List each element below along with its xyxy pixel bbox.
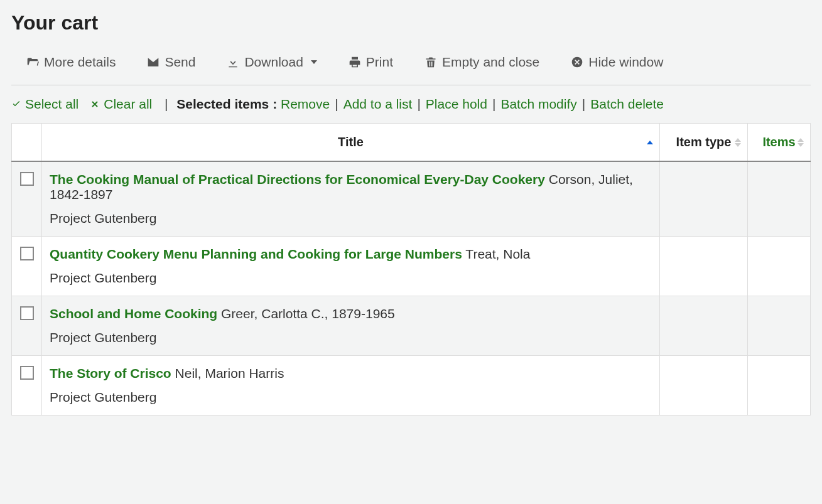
item-type-cell bbox=[660, 356, 748, 416]
batch-delete-link[interactable]: Batch delete bbox=[590, 97, 664, 112]
row-checkbox[interactable] bbox=[20, 172, 34, 186]
col-item-type[interactable]: Item type bbox=[660, 124, 748, 162]
items-cell bbox=[748, 296, 811, 356]
place-hold-link[interactable]: Place hold bbox=[426, 97, 487, 112]
col-item-type-label: Item type bbox=[676, 135, 732, 149]
toolbar: More details Send Download Print bbox=[11, 50, 811, 85]
checkbox-cell bbox=[12, 296, 42, 356]
items-cell bbox=[748, 237, 811, 296]
item-author: Greer, Carlotta C., 1879-1965 bbox=[217, 306, 395, 321]
table-row: School and Home Cooking Greer, Carlotta … bbox=[12, 296, 811, 356]
more-details-button[interactable]: More details bbox=[26, 55, 116, 70]
title-cell: The Story of Crisco Neil, Marion HarrisP… bbox=[42, 356, 660, 416]
x-icon bbox=[90, 99, 100, 109]
print-label: Print bbox=[366, 55, 393, 70]
add-to-list-link[interactable]: Add to a list bbox=[343, 97, 413, 112]
download-icon bbox=[227, 56, 239, 68]
sort-desc-icon bbox=[735, 143, 741, 147]
print-icon bbox=[349, 56, 361, 68]
cart-table: Title Item type Items bbox=[11, 123, 811, 416]
item-type-cell bbox=[660, 237, 748, 296]
table-header-row: Title Item type Items bbox=[12, 124, 811, 162]
print-button[interactable]: Print bbox=[349, 55, 393, 70]
item-author: Neil, Marion Harris bbox=[171, 366, 284, 380]
select-all-label: Select all bbox=[25, 97, 78, 112]
sort-indicator bbox=[735, 138, 741, 147]
select-all-link[interactable]: Select all bbox=[11, 97, 78, 112]
col-title[interactable]: Title bbox=[42, 124, 660, 162]
close-circle-icon bbox=[571, 56, 583, 68]
empty-close-label: Empty and close bbox=[442, 55, 539, 70]
item-type-cell bbox=[660, 161, 748, 237]
check-icon bbox=[11, 99, 21, 109]
empty-close-button[interactable]: Empty and close bbox=[425, 55, 539, 70]
table-row: The Story of Crisco Neil, Marion HarrisP… bbox=[12, 356, 811, 416]
col-checkbox bbox=[12, 124, 42, 162]
item-publisher: Project Gutenberg bbox=[50, 211, 652, 226]
item-author: Treat, Nola bbox=[462, 247, 531, 261]
separator: | bbox=[157, 97, 171, 112]
checkbox-cell bbox=[12, 356, 42, 416]
sort-asc-icon bbox=[647, 141, 653, 144]
title-cell: Quantity Cookery Menu Planning and Cooki… bbox=[42, 237, 660, 296]
separator: | bbox=[335, 97, 338, 112]
checkbox-cell bbox=[12, 237, 42, 296]
chevron-down-icon bbox=[311, 60, 317, 64]
more-details-label: More details bbox=[44, 55, 116, 70]
row-checkbox[interactable] bbox=[20, 306, 34, 320]
title-cell: The Cooking Manual of Practical Directio… bbox=[42, 161, 660, 237]
item-publisher: Project Gutenberg bbox=[50, 271, 652, 286]
row-checkbox[interactable] bbox=[20, 247, 34, 260]
item-title-link[interactable]: The Story of Crisco bbox=[50, 366, 171, 380]
col-items-label: Items bbox=[762, 135, 795, 149]
table-row: Quantity Cookery Menu Planning and Cooki… bbox=[12, 237, 811, 296]
batch-modify-link[interactable]: Batch modify bbox=[500, 97, 576, 112]
row-checkbox[interactable] bbox=[20, 366, 34, 380]
item-title-link[interactable]: The Cooking Manual of Practical Directio… bbox=[50, 172, 545, 186]
col-title-label: Title bbox=[338, 135, 364, 149]
sort-desc-icon bbox=[798, 143, 804, 147]
download-button[interactable]: Download bbox=[227, 55, 316, 70]
item-publisher: Project Gutenberg bbox=[50, 390, 652, 405]
item-publisher: Project Gutenberg bbox=[50, 330, 652, 345]
download-label: Download bbox=[244, 55, 303, 70]
sort-indicator bbox=[647, 141, 653, 144]
send-label: Send bbox=[165, 55, 195, 70]
item-title-link[interactable]: Quantity Cookery Menu Planning and Cooki… bbox=[50, 247, 462, 261]
table-row: The Cooking Manual of Practical Directio… bbox=[12, 161, 811, 237]
envelope-icon bbox=[147, 56, 160, 68]
selected-items-label: Selected items : bbox=[176, 97, 277, 112]
item-type-cell bbox=[660, 296, 748, 356]
sort-asc-icon bbox=[798, 138, 804, 142]
items-cell bbox=[748, 356, 811, 416]
hide-window-label: Hide window bbox=[588, 55, 663, 70]
title-cell: School and Home Cooking Greer, Carlotta … bbox=[42, 296, 660, 356]
clear-all-link[interactable]: Clear all bbox=[90, 97, 152, 112]
separator: | bbox=[417, 97, 420, 112]
separator: | bbox=[582, 97, 585, 112]
hide-window-button[interactable]: Hide window bbox=[571, 55, 663, 70]
remove-link[interactable]: Remove bbox=[281, 97, 330, 112]
trash-icon bbox=[425, 56, 437, 68]
items-cell bbox=[748, 161, 811, 237]
clear-all-label: Clear all bbox=[104, 97, 152, 112]
separator: | bbox=[492, 97, 495, 112]
col-items[interactable]: Items bbox=[748, 124, 811, 162]
selection-bar: Select all Clear all | Selected items : … bbox=[11, 97, 811, 112]
send-button[interactable]: Send bbox=[147, 55, 195, 70]
sort-indicator bbox=[798, 138, 804, 147]
checkbox-cell bbox=[12, 161, 42, 237]
item-title-link[interactable]: School and Home Cooking bbox=[50, 306, 217, 321]
folder-open-icon bbox=[26, 56, 39, 68]
page-title: Your cart bbox=[11, 11, 811, 35]
sort-asc-icon bbox=[735, 138, 741, 142]
